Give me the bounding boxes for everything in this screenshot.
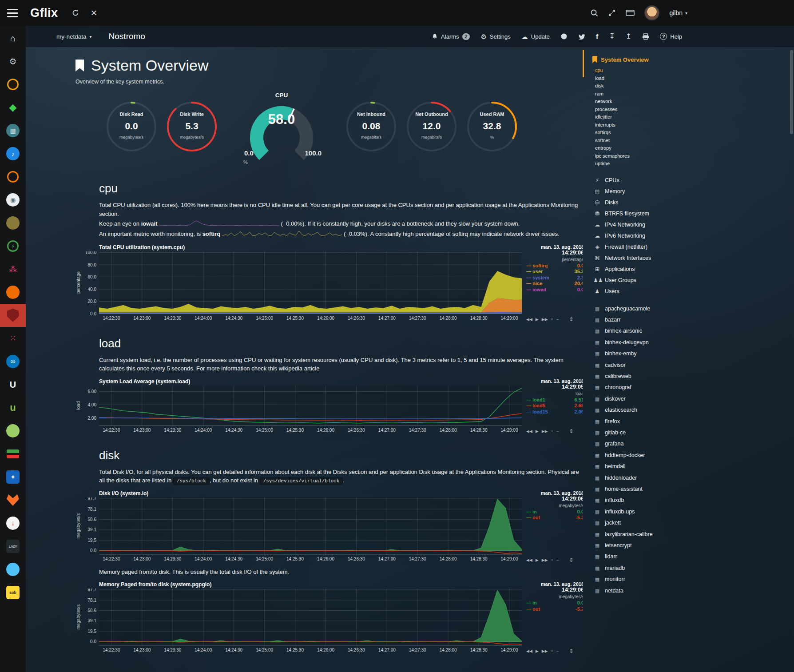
menu-app-gitlab-ce[interactable]: ▦gitlab-ce <box>583 427 716 438</box>
menu-app-lazylibrarian-calibre[interactable]: ▦lazylibrarian-calibre <box>583 529 716 540</box>
sidebar-app-green-u[interactable]: u <box>0 396 26 419</box>
menu-idlejitter[interactable]: idlejitter <box>595 113 716 121</box>
menu-softirqs[interactable]: softirqs <box>595 129 716 137</box>
menu-app-bazarr[interactable]: ▦bazarr <box>583 314 716 326</box>
pan-backward-icon[interactable]: ◀◀ <box>526 429 532 433</box>
play-icon[interactable]: ▶ <box>536 429 539 433</box>
menu-uptime[interactable]: uptime <box>595 160 716 168</box>
menu-ipv4-networking[interactable]: ☁IPv4 Networking <box>583 219 716 231</box>
menu-btrfs-filesystem[interactable]: ⛃BTRFS filesystem <box>583 208 716 219</box>
close-icon[interactable]: × <box>91 8 97 18</box>
menu-app-home-assistant[interactable]: ▦home-assistant <box>583 484 716 495</box>
menu-app-mariadb[interactable]: ▦mariadb <box>583 563 716 574</box>
print-icon[interactable] <box>642 33 649 40</box>
legend-item-load1[interactable]: — load16.51 <box>526 397 583 403</box>
zoom-out-icon[interactable]: − <box>556 558 559 562</box>
gauge-disk-read[interactable]: Disk Read0.0megabytes/s <box>105 101 158 167</box>
scrollbar[interactable] <box>790 50 793 134</box>
menu-app-diskover[interactable]: ▦diskover <box>583 394 716 405</box>
menu-app-calibreweb[interactable]: ▦calibreweb <box>583 371 716 382</box>
pan-backward-icon[interactable]: ◀◀ <box>526 649 532 653</box>
pan-backward-icon[interactable]: ◀◀ <box>526 558 532 562</box>
play-icon[interactable]: ▶ <box>536 317 539 322</box>
menu-cpu[interactable]: cpu <box>595 67 716 75</box>
hamburger-menu-icon[interactable] <box>7 9 19 17</box>
chart-load[interactable]: System Load Average (system.load)6.004.0… <box>75 378 583 437</box>
update-button[interactable]: ☁ Update <box>521 33 550 40</box>
zoom-in-icon[interactable]: + <box>551 317 553 322</box>
menu-app-hiddenloader[interactable]: ▦hiddenloader <box>583 473 716 484</box>
menu-processes[interactable]: processes <box>595 106 716 114</box>
menu-app-cadvisor[interactable]: ▦cadvisor <box>583 360 716 371</box>
sidebar-app-gitlab[interactable] <box>0 489 26 512</box>
refresh-icon[interactable] <box>71 9 79 17</box>
sidebar-app-green-gem[interactable]: ◆ <box>0 96 26 119</box>
legend-item-iowait[interactable]: — iowait0.0 <box>526 287 583 293</box>
menu-entropy[interactable]: entropy <box>595 144 716 152</box>
menu-app-influxdb[interactable]: ▦influxdb <box>583 495 716 506</box>
menu-app-heimdall[interactable]: ▦heimdall <box>583 461 716 472</box>
menu-app-lidarr[interactable]: ▦lidarr <box>583 551 716 562</box>
sidebar-home[interactable]: ⌂ <box>0 27 26 50</box>
menu-cpus[interactable]: ⚡CPUs <box>583 175 716 186</box>
menu-network-interfaces[interactable]: ⌘Network Interfaces <box>583 253 716 264</box>
facebook-icon[interactable]: f <box>596 33 599 40</box>
sidebar-app-blue-infinity[interactable]: ∞ <box>0 350 26 373</box>
sidebar-app-orange-disc[interactable] <box>0 281 26 304</box>
download-icon[interactable]: ↧ <box>609 33 615 40</box>
sidebar-app-red-shield[interactable] <box>0 304 26 327</box>
menu-app-monitorr[interactable]: ▦monitorr <box>583 574 716 585</box>
menu-ipv6-networking[interactable]: ☁IPv6 Networking <box>583 231 716 242</box>
iowait-sparkline[interactable] <box>159 220 279 229</box>
play-icon[interactable]: ▶ <box>536 558 539 562</box>
user-menu[interactable]: gilbn ▾ <box>669 9 687 16</box>
menu-app-netdata[interactable]: ▦netdata <box>583 585 716 596</box>
menu-app-chronograf[interactable]: ▦chronograf <box>583 382 716 393</box>
resize-icon[interactable]: ⇕ <box>569 316 573 322</box>
zoom-in-icon[interactable]: + <box>551 649 553 653</box>
fullscreen-icon[interactable] <box>608 9 616 17</box>
menu-disks[interactable]: ⛁Disks <box>583 197 716 208</box>
menu-softnet[interactable]: softnet <box>595 137 716 145</box>
menu-app-firefox[interactable]: ▦firefox <box>583 416 716 427</box>
chart-cpu[interactable]: Total CPU utilization (system.cpu)100.08… <box>75 244 583 325</box>
menu-app-binhex-airsonic[interactable]: ▦binhex-airsonic <box>583 326 716 337</box>
sidebar-app-sabnzbd[interactable]: sab <box>0 581 26 604</box>
menu-network[interactable]: network <box>595 98 716 106</box>
softirq-sparkline[interactable] <box>222 230 342 239</box>
legend-item-user[interactable]: — user35.3 <box>526 269 583 275</box>
help-button[interactable]: ? Help <box>660 33 682 40</box>
sidebar-app-blue-drop[interactable] <box>0 558 26 581</box>
legend-item-in[interactable]: — in0.0 <box>526 509 583 515</box>
zoom-out-icon[interactable]: − <box>556 649 559 653</box>
legend-item-out[interactable]: — out-5.2 <box>526 606 583 612</box>
gauge-net-outbound[interactable]: Net Outbound12.0megabits/s <box>405 101 458 167</box>
zoom-out-icon[interactable]: − <box>556 317 559 322</box>
menu-system-overview[interactable]: System Overview <box>592 56 716 63</box>
sidebar-app-lazylibrarian[interactable]: LAZY <box>0 535 26 558</box>
menu-app-binhex-emby[interactable]: ▦binhex-emby <box>583 348 716 359</box>
sidebar-settings[interactable]: ⚙ <box>0 50 26 73</box>
play-icon[interactable]: ▶ <box>536 649 539 653</box>
pan-forward-icon[interactable]: ▶▶ <box>542 317 548 322</box>
menu-app-influxdb-ups[interactable]: ▦influxdb-ups <box>583 506 716 517</box>
gauge-used-ram[interactable]: Used RAM32.8% <box>465 101 519 167</box>
zoom-in-icon[interactable]: + <box>551 429 553 433</box>
menu-disk[interactable]: disk <box>595 82 716 90</box>
search-icon[interactable] <box>590 9 598 17</box>
resize-icon[interactable]: ⇕ <box>569 648 573 654</box>
settings-button[interactable]: ⚙ Settings <box>480 33 510 40</box>
menu-ipc-semaphores[interactable]: ipc semaphores <box>595 152 716 160</box>
zoom-in-icon[interactable]: + <box>551 558 553 562</box>
legend-item-out[interactable]: — out-5.3 <box>526 515 583 521</box>
menu-interrupts[interactable]: interrupts <box>595 121 716 129</box>
menu-load[interactable]: load <box>595 75 716 83</box>
menu-app-hddtemp-docker[interactable]: ▦hddtemp-docker <box>583 450 716 461</box>
menu-ram[interactable]: ram <box>595 90 716 98</box>
menu-memory[interactable]: ▤Memory <box>583 186 716 197</box>
legend-item-softirq[interactable]: — softirq0.0 <box>526 263 583 269</box>
legend-item-load15[interactable]: — load152.06 <box>526 409 583 415</box>
menu-app-elasticsearch[interactable]: ▦elasticsearch <box>583 405 716 416</box>
tabs-icon[interactable] <box>626 9 635 16</box>
sidebar-app-teal-box[interactable]: ▥ <box>0 119 26 142</box>
